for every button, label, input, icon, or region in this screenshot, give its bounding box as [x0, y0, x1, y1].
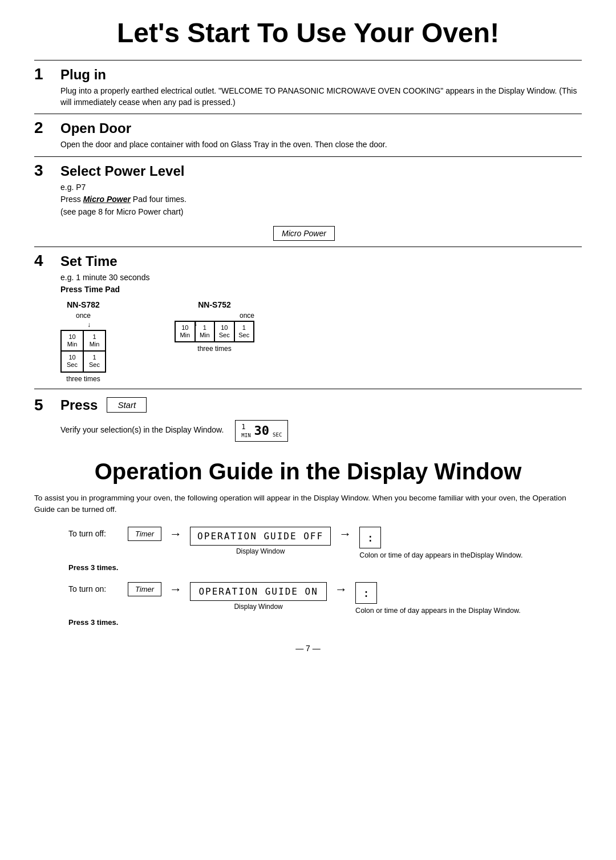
step-4-title: Set Time	[60, 253, 117, 269]
step-1-section: 1 Plug in Plug into a properly earthed e…	[34, 60, 582, 108]
step-3-micro-power-text: Micro Power	[83, 195, 131, 204]
nn-s752-pad-grid: 10Min 1Min 10Sec 1Sec	[175, 321, 254, 342]
nn-s752-three-times: three times	[197, 345, 231, 353]
nn-s782-diagram: NN-S782 once ↓ 10Min 1Min 10Sec	[60, 300, 106, 383]
step-4-sub1: e.g. 1 minute 30 seconds	[60, 272, 582, 284]
turn-on-description: Colon or time of day appears in the Disp…	[355, 606, 521, 616]
turn-on-press-times: Press 3 times.	[68, 618, 582, 627]
display-sec-label: SEC	[273, 432, 282, 438]
operation-guide-section: Operation Guide in the Display Window To…	[34, 459, 582, 627]
step-5-title: Press	[60, 397, 98, 413]
operation-guide-description: To assist you in programming your oven, …	[34, 492, 582, 516]
turn-on-arrow2: →	[335, 582, 347, 597]
step-4-sub2: Press Time Pad	[60, 284, 582, 296]
step-5-number: 5	[34, 396, 51, 414]
nn-s782-once: once	[76, 312, 91, 320]
turn-off-arrow1: →	[169, 527, 182, 542]
diagrams-area: NN-S782 once ↓ 10Min 1Min 10Sec	[34, 300, 582, 383]
step-2-content: Open the door and place container with f…	[60, 139, 582, 151]
start-button-display: Start	[107, 397, 147, 413]
turn-off-label: To turn off:	[68, 529, 106, 538]
nn-s752-cell-4: 1Sec	[234, 321, 254, 342]
turn-on-display-label: Display Window	[234, 603, 282, 611]
display-min-label: 1MIN	[241, 423, 250, 439]
nn-s782-cell-4: 1Sec	[83, 351, 106, 372]
step-3-sub2-suffix: Pad four times.	[131, 195, 187, 204]
step-3-sub1: e.g. P7	[60, 182, 582, 193]
step-3-number: 3	[34, 161, 51, 180]
nn-s782-label: NN-S782	[67, 300, 100, 309]
turn-on-row: To turn on: Timer → OPERATION GUIDE ON D…	[68, 582, 582, 616]
nn-s782-pad-grid: 10Min 1Min 10Sec 1Sec	[60, 330, 106, 373]
step-2-number: 2	[34, 119, 51, 137]
step-3-sub2-prefix: Press	[60, 195, 83, 204]
nn-s782-three-times: three times	[66, 375, 100, 383]
step-1-number: 1	[34, 65, 51, 83]
turn-off-timer-button: Timer	[128, 527, 161, 541]
turn-off-description: Colon or time of day appears in theDispl…	[359, 551, 522, 561]
step-2-section: 2 Open Door Open the door and place cont…	[34, 114, 582, 151]
nn-s782-cell-2: 1Min	[83, 330, 106, 351]
step-3-sub3: (see page 8 for Micro Power chart)	[60, 207, 582, 218]
turn-off-display-text: OPERATION GUIDE OFF	[190, 527, 331, 546]
turn-off-row: To turn off: Timer → OPERATION GUIDE OFF…	[68, 527, 582, 561]
step-3-section: 3 Select Power Level e.g. P7 Press Micro…	[34, 156, 582, 241]
nn-s752-cell-3: 10Sec	[214, 321, 234, 342]
turn-on-timer-button: Timer	[128, 582, 161, 596]
step-4-section: 4 Set Time e.g. 1 minute 30 seconds Pres…	[34, 247, 582, 383]
step-3-title: Select Power Level	[60, 163, 184, 179]
turn-on-arrow1: →	[169, 582, 182, 597]
step-2-title: Open Door	[60, 120, 131, 136]
step-1-content: Plug into a properly earthed electrical …	[60, 86, 582, 108]
turn-off-arrow2: →	[339, 527, 351, 542]
nn-s752-label: NN-S752	[198, 300, 231, 309]
nn-s782-cell-3: 10Sec	[61, 351, 83, 372]
nn-s752-diagram: NN-S752 once ↓ 10Min 1Min 10Sec 1Sec thr…	[175, 300, 254, 353]
step-5-section: 5 Press Start Verify your selection(s) i…	[34, 389, 582, 442]
turn-on-colon-box: :	[355, 582, 377, 604]
turn-off-colon-box: :	[359, 527, 381, 548]
display-value: 30	[254, 423, 270, 438]
nn-s752-cell-1: 10Min	[175, 321, 195, 342]
nn-s752-once: once	[240, 312, 254, 320]
step-5-display-window: 1MIN 30 SEC	[235, 420, 288, 442]
micro-power-button-display: Micro Power	[273, 226, 335, 241]
operation-guide-title: Operation Guide in the Display Window	[34, 459, 582, 484]
nn-s782-cell-1: 10Min	[61, 330, 83, 351]
turn-on-label: To turn on:	[68, 584, 106, 593]
turn-off-display-label: Display Window	[236, 547, 285, 555]
step-1-title: Plug in	[60, 67, 106, 83]
page-title: Let's Start To Use Your Oven!	[34, 17, 582, 49]
turn-off-press-times: Press 3 times.	[68, 563, 582, 572]
page-number: — 7 —	[34, 644, 582, 653]
step-3-sub2: Press Micro Power Pad four times.	[60, 194, 582, 205]
step-5-verify-text: Verify your selection(s) in the Display …	[60, 425, 224, 434]
turn-on-display-text: OPERATION GUIDE ON	[190, 582, 327, 601]
nn-s752-cell-2: 1Min	[195, 321, 215, 342]
step-4-number: 4	[34, 252, 51, 270]
